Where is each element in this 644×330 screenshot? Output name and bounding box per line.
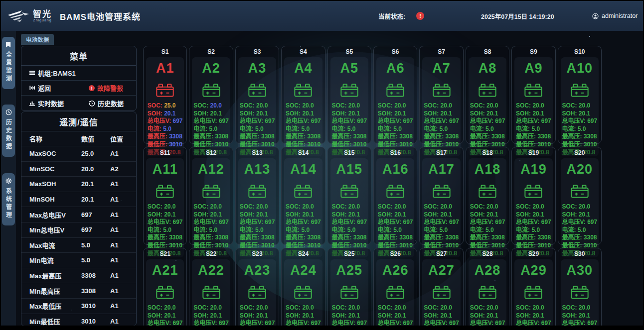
battery-card[interactable]: S22 A22 SOC: 20.0SOH: 20.1总电压V: 697电流: 5…	[189, 248, 233, 326]
card-field-max_v: 最高压: 3308	[562, 234, 597, 242]
card-values: SOC: 20.0SOH: 20.1总电压V: 697电流: 5.0最高压: 3…	[240, 304, 275, 326]
battery-card[interactable]: S12 A12 SOC: 20.0SOH: 20.1总电压V: 697电流: 5…	[189, 147, 233, 245]
card-body: A1 SOC: 25.0SOH: 20.1总电压V: 697电流: 5.0最高压…	[146, 57, 184, 156]
card-field-max_v: 最高压: 3308	[193, 234, 229, 242]
battery-icon	[339, 83, 359, 98]
telemetry-name: MaxSOC	[29, 150, 81, 157]
card-slot-label: S24	[282, 250, 324, 258]
battery-card-grid: S1 A1 SOC: 25.0SOH: 20.1总电压V: 697电流: 5.0…	[143, 46, 602, 326]
card-field-soh: SOH: 20.1	[240, 312, 275, 320]
battery-card[interactable]: S3 A3 SOC: 20.0SOH: 20.1总电压V: 697电流: 5.0…	[235, 46, 279, 144]
battery-card[interactable]: S14 A14 SOC: 20.0SOH: 20.1总电压V: 697电流: 5…	[281, 147, 325, 245]
card-field-soh: SOH: 20.1	[470, 312, 505, 320]
battery-card[interactable]: S9 A9 SOC: 20.0SOH: 20.1总电压V: 697电流: 5.0…	[511, 46, 555, 144]
battery-card[interactable]: S27 A27 SOC: 20.0SOH: 20.1总电压V: 697电流: 5…	[419, 248, 463, 326]
realtime-data-button[interactable]: 实时数据	[29, 99, 64, 108]
telemetry-row: Max总电压V 697 A1	[21, 207, 136, 222]
back-button[interactable]: 返回	[29, 83, 51, 93]
card-battery-name: A10	[567, 61, 593, 76]
card-field-max_v: 最高压: 3308	[378, 133, 413, 141]
back-label: 返回	[38, 83, 51, 93]
card-field-soh: SOH: 20.1	[516, 211, 551, 219]
battery-card[interactable]: S2 A2 SOC: 20.0SOH: 20.1总电压V: 697电流: 5.0…	[189, 46, 233, 144]
card-values: SOC: 20.0SOH: 20.1总电压V: 697电流: 5.0最高压: 3…	[331, 304, 367, 326]
sidebar-tab-panorama[interactable]: 全景监测	[2, 37, 15, 89]
card-slot-label: S10	[558, 48, 601, 56]
user-menu[interactable]: administrator	[592, 1, 638, 31]
brand-text: 智光 Zhiguang	[33, 10, 52, 22]
card-slot-label: S1	[144, 48, 186, 56]
zhiguang-swoosh-icon	[7, 8, 30, 23]
card-field-soc: SOC: 20.0	[331, 102, 367, 110]
battery-card[interactable]: S11 A11 SOC: 20.0SOH: 20.1总电压V: 697电流: 5…	[143, 147, 187, 245]
battery-card[interactable]: S24 A24 SOC: 20.0SOH: 20.1总电压V: 697电流: 5…	[281, 248, 325, 326]
history-data-button[interactable]: 历史数据	[89, 99, 124, 108]
battery-card[interactable]: S28 A28 SOC: 20.0SOH: 20.1总电压V: 697电流: 5…	[466, 248, 509, 326]
battery-card[interactable]: S23 A23 SOC: 20.0SOH: 20.1总电压V: 697电流: 5…	[235, 248, 279, 326]
card-field-soc: SOC: 20.0	[378, 203, 413, 211]
card-field-max_v: 最高压: 3308	[424, 133, 459, 141]
battery-icon	[432, 83, 452, 98]
card-values: SOC: 20.0SOH: 20.1总电压V: 697电流: 5.0最高压: 3…	[193, 304, 229, 326]
card-slot-label: S2	[189, 48, 232, 56]
card-field-soc: SOC: 20.0	[516, 203, 551, 211]
battery-card[interactable]: S30 A30 SOC: 20.0SOH: 20.1总电压V: 697电流: 5…	[558, 248, 602, 326]
battery-card[interactable]: S29 A29 SOC: 20.0SOH: 20.1总电压V: 697电流: 5…	[511, 248, 555, 326]
sidebar-tab-label: 全景监测	[4, 51, 13, 83]
battery-card[interactable]: S4 A4 SOC: 20.0SOH: 20.1总电压V: 697电流: 5.0…	[281, 46, 325, 144]
battery-icon	[523, 83, 543, 98]
battery-card[interactable]: S20 A20 SOC: 20.0SOH: 20.1总电压V: 697电流: 5…	[558, 147, 602, 245]
battery-card[interactable]: S1 A1 SOC: 25.0SOH: 20.1总电压V: 697电流: 5.0…	[143, 46, 187, 144]
card-values: SOC: 20.0SOH: 20.1总电压V: 697电流: 5.0最高压: 3…	[378, 304, 413, 326]
card-body: A29 SOC: 20.0SOH: 20.1总电压V: 697电流: 5.0最高…	[514, 259, 552, 326]
battery-card[interactable]: S18 A18 SOC: 20.0SOH: 20.1总电压V: 697电流: 5…	[466, 147, 509, 245]
card-body: A25 SOC: 20.0SOH: 20.1总电压V: 697电流: 5.0最高…	[330, 259, 368, 326]
card-battery-name: A18	[475, 162, 501, 177]
battery-card[interactable]: S17 A17 SOC: 20.0SOH: 20.1总电压V: 697电流: 5…	[419, 147, 463, 245]
telemetry-value: 20.1	[81, 180, 110, 188]
menu-row-unit: 机组:BAMS1	[21, 66, 136, 81]
card-field-current: 电流: 5.0	[378, 125, 413, 133]
card-field-current: 电流: 5.0	[286, 226, 321, 234]
telemetry-value: 20.1	[81, 196, 110, 203]
card-field-max_v: 最高压: 3308	[378, 234, 413, 242]
card-field-current: 电流: 5.0	[240, 226, 275, 234]
battery-card[interactable]: S25 A25 SOC: 20.0SOH: 20.1总电压V: 697电流: 5…	[327, 248, 371, 326]
fault-alarm-button[interactable]: ! 故障警报	[89, 83, 123, 93]
battery-card[interactable]: S10 A10 SOC: 20.0SOH: 20.1总电压V: 697电流: 5…	[558, 46, 602, 144]
battery-card[interactable]: S15 A15 SOC: 20.0SOH: 20.1总电压V: 697电流: 5…	[327, 147, 371, 245]
card-field-soc: SOC: 20.0	[424, 102, 459, 110]
battery-card[interactable]: S19 A19 SOC: 20.0SOH: 20.1总电压V: 697电流: 5…	[511, 147, 555, 245]
battery-icon	[523, 285, 543, 300]
tab-battery-data[interactable]: 电池数据	[21, 34, 54, 45]
telemetry-header: 名称 数值 位置	[21, 131, 136, 146]
card-field-voltage: 总电压V: 697	[286, 320, 321, 326]
battery-card[interactable]: S8 A8 SOC: 20.0SOH: 20.1总电压V: 697电流: 5.0…	[466, 46, 509, 144]
card-field-soh: SOH: 20.1	[562, 211, 597, 219]
battery-card[interactable]: S13 A13 SOC: 20.0SOH: 20.1总电压V: 697电流: 5…	[235, 147, 279, 245]
battery-card[interactable]: S6 A6 SOC: 20.0SOH: 20.1总电压V: 697电流: 5.0…	[373, 46, 417, 144]
card-field-soh: SOH: 20.1	[378, 312, 413, 320]
sidebar-tab-history[interactable]: 历史数据	[2, 105, 15, 157]
card-field-soc: SOC: 20.0	[193, 102, 229, 110]
card-slot-label: S12	[189, 149, 232, 157]
card-field-max_v: 最高压: 3308	[424, 234, 459, 242]
sidebar-tab-system[interactable]: 系统管理	[2, 173, 15, 225]
card-body: A27 SOC: 20.0SOH: 20.1总电压V: 697电流: 5.0最高…	[422, 259, 460, 326]
battery-card[interactable]: S7 A7 SOC: 20.0SOH: 20.1总电压V: 697电流: 5.0…	[419, 46, 463, 144]
battery-card[interactable]: S21 A21 SOC: 20.0SOH: 20.1总电压V: 697电流: 5…	[143, 248, 187, 326]
telemetry-location: A1	[110, 272, 136, 279]
card-field-soc: SOC: 20.0	[378, 304, 413, 312]
unit-item[interactable]: 机组:BAMS1	[29, 68, 76, 78]
battery-card[interactable]: S5 A5 SOC: 20.0SOH: 20.1总电压V: 697电流: 5.0…	[327, 46, 371, 144]
card-field-soh: SOH: 20.1	[331, 312, 367, 320]
sidebar-tab-label: 系统管理	[4, 188, 13, 220]
card-field-soc: SOC: 20.0	[470, 203, 505, 211]
battery-card[interactable]: S26 A26 SOC: 20.0SOH: 20.1总电压V: 697电流: 5…	[373, 248, 417, 326]
battery-card[interactable]: S16 A16 SOC: 20.0SOH: 20.1总电压V: 697电流: 5…	[373, 147, 417, 245]
window-frame: 智光 Zhiguang BAMS电池管理系统 当前状态: ! 2025年07月1…	[0, 0, 644, 330]
menu-title: 菜单	[21, 46, 136, 66]
card-field-current: 电流: 5.0	[562, 226, 597, 234]
telemetry-row: Max最低压 3010 A1	[21, 298, 136, 314]
card-field-current: 电流: 5.0	[331, 125, 367, 133]
